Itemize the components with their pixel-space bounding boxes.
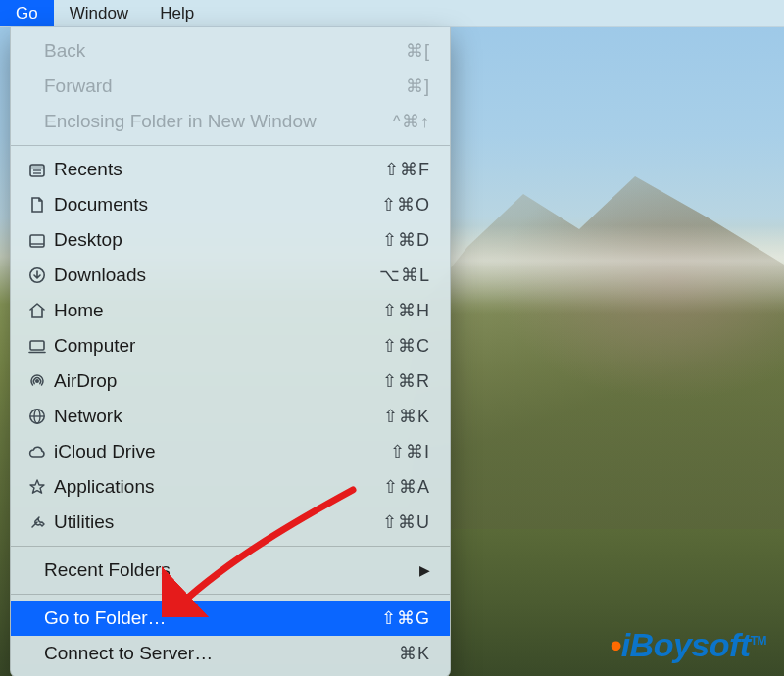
submenu-arrow-icon: ▶ [419,562,430,578]
network-icon [24,407,50,426]
airdrop-icon [24,371,50,391]
menu-shortcut: ⌥⌘L [362,265,430,286]
menu-label: Desktop [50,229,362,251]
icloud-icon [24,442,50,461]
menu-item-applications[interactable]: Applications ⇧⌘A [11,469,450,505]
menubar-label: Help [160,4,194,24]
logo-dot: • [610,626,620,663]
menu-item-go-to-folder[interactable]: Go to Folder… ⇧⌘G [11,601,450,636]
computer-icon [24,336,50,356]
menu-item-downloads[interactable]: Downloads ⌥⌘L [11,258,450,293]
watermark-logo: •iBoysoftTM [610,626,766,664]
menu-item-airdrop[interactable]: AirDrop ⇧⌘R [11,363,450,399]
menu-shortcut: ⌘[ [362,40,430,62]
menu-label: Documents [50,194,362,216]
menu-shortcut: ⇧⌘U [362,511,430,533]
menu-label: iCloud Drive [50,441,362,462]
menu-item-network[interactable]: Network ⇧⌘K [11,399,450,434]
desktop-background: Go Window Help Back ⌘[ Forward ⌘] Enclos… [0,0,784,676]
menu-shortcut: ⇧⌘F [362,159,430,180]
menu-item-recent-folders[interactable]: Recent Folders ▶ [11,553,450,588]
menu-item-computer[interactable]: Computer ⇧⌘C [11,328,450,363]
menu-label: Computer [50,335,362,357]
home-icon [24,301,50,320]
menubar: Go Window Help [0,0,784,27]
menu-shortcut: ⌘] [362,75,430,97]
menu-item-back: Back ⌘[ [11,33,450,69]
recents-icon [24,160,50,179]
menu-separator [11,546,450,547]
menu-item-home[interactable]: Home ⇧⌘H [11,293,450,328]
desktop-icon [24,230,50,250]
utilities-icon [24,512,50,532]
menu-shortcut: ^⌘↑ [362,111,430,132]
logo-text-1: iBoy [621,626,692,663]
menu-item-icloud-drive[interactable]: iCloud Drive ⇧⌘I [11,434,450,469]
menu-shortcut: ⇧⌘A [362,476,430,498]
menu-shortcut: ⇧⌘O [362,194,430,216]
menu-shortcut: ⇧⌘D [362,229,430,251]
menu-shortcut: ⇧⌘I [362,441,430,462]
menubar-label: Go [16,4,38,24]
menu-label: Back [28,40,362,62]
menu-item-recents[interactable]: Recents ⇧⌘F [11,152,450,187]
menu-label: Recents [50,159,362,180]
menu-label: AirDrop [50,370,362,392]
menubar-item-help[interactable]: Help [144,0,210,26]
menu-item-enclosing-folder: Enclosing Folder in New Window ^⌘↑ [11,104,450,139]
menu-label: Network [50,406,362,427]
menu-label: Go to Folder… [28,607,362,629]
menu-shortcut: ⇧⌘K [362,406,430,427]
logo-text-2: soft [691,626,750,663]
menu-separator [11,594,450,595]
menu-label: Home [50,300,362,321]
menu-label: Utilities [50,511,362,533]
menu-shortcut: ⇧⌘G [362,607,430,629]
menu-separator [11,145,450,146]
menu-item-forward: Forward ⌘] [11,69,450,104]
menu-label: Applications [50,476,362,498]
menu-shortcut: ⇧⌘H [362,300,430,321]
menu-item-utilities[interactable]: Utilities ⇧⌘U [11,505,450,540]
menu-label: Recent Folders [28,559,419,581]
menu-item-documents[interactable]: Documents ⇧⌘O [11,187,450,222]
logo-tm: TM [751,634,766,648]
menubar-item-go[interactable]: Go [0,0,54,26]
menubar-item-window[interactable]: Window [54,0,144,26]
applications-icon [24,477,50,497]
menu-label: Downloads [50,265,362,286]
svg-rect-7 [30,341,44,350]
menubar-label: Window [70,4,128,24]
menu-item-desktop[interactable]: Desktop ⇧⌘D [11,222,450,258]
menu-shortcut: ⌘K [362,643,430,664]
wallpaper-fog [451,225,784,314]
downloads-icon [24,266,50,285]
menu-label: Forward [28,75,362,97]
documents-icon [24,195,50,215]
go-menu-dropdown: Back ⌘[ Forward ⌘] Enclosing Folder in N… [10,27,451,676]
menu-shortcut: ⇧⌘C [362,335,430,357]
svg-rect-4 [30,235,44,247]
svg-point-9 [35,379,39,383]
menu-item-connect-to-server[interactable]: Connect to Server… ⌘K [11,636,450,671]
menu-label: Connect to Server… [28,643,362,664]
menu-label: Enclosing Folder in New Window [28,111,362,132]
menu-shortcut: ⇧⌘R [362,370,430,392]
svg-rect-1 [30,165,44,169]
